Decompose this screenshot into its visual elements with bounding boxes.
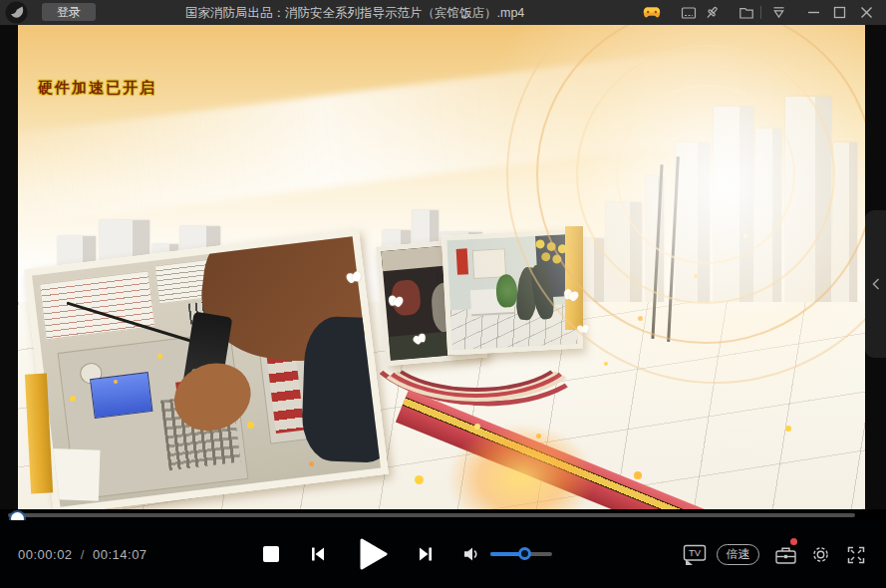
previous-icon [309,545,327,563]
progress-row [0,509,886,520]
mini-player-icon[interactable] [680,4,698,21]
player-window: 登录 国家消防局出品：消防安全系列指导示范片（宾馆饭店）.mp4 [0,0,886,588]
minimize-icon[interactable] [804,4,822,21]
stop-icon [263,546,279,562]
time-separator: / [81,547,85,562]
sparkle [634,471,642,479]
tv-cast-button[interactable]: TV [683,544,707,566]
butterfly [577,324,589,333]
progress-bar[interactable] [8,513,855,517]
settings-button[interactable] [810,544,831,565]
toolbox-icon [774,545,797,565]
app-logo-icon[interactable] [5,1,28,24]
titlebar: 登录 国家消防局出品：消防安全系列指导示范片（宾馆饭店）.mp4 [0,0,886,25]
sparkle [743,234,747,238]
volume-button[interactable] [462,545,482,563]
sparkle [157,354,162,359]
collapse-chevron-icon [869,275,883,293]
fullscreen-button[interactable] [846,545,866,565]
settings-icon [810,544,831,565]
sparkle [638,316,643,321]
pin-icon[interactable] [703,4,721,21]
playlist-toggle[interactable] [865,210,886,358]
maximize-icon[interactable] [830,4,848,21]
video-area: 硬件加速已开启 [0,25,886,509]
speed-button[interactable]: 倍速 [717,544,759,565]
yellow-pillar [565,226,583,330]
control-bar: 00:00:02 / 00:14:07 [0,520,886,588]
duration: 00:14:07 [93,547,148,562]
current-time: 00:00:02 [18,547,73,562]
video-surface[interactable]: 硬件加速已开启 [18,25,865,509]
photo-card-control-room [24,228,389,509]
volume-icon [462,545,482,563]
tv-cast-icon: TV [683,544,707,566]
volume-thumb[interactable] [518,547,531,560]
play-icon [359,538,389,570]
sparkle [247,422,254,429]
photo-card-station [442,229,583,356]
fullscreen-icon [846,545,866,565]
sparkle [604,362,608,366]
close-icon[interactable] [857,4,875,21]
toolbox-button[interactable] [774,545,797,565]
sparkle [694,274,698,278]
titlebar-divider [760,6,761,19]
sparkle [415,475,424,484]
sparkle [785,426,791,432]
volume-slider[interactable] [490,552,552,556]
next-icon [417,545,435,563]
next-button[interactable] [417,545,435,563]
folder-icon[interactable] [738,4,755,21]
menu-icon[interactable] [769,4,787,21]
sparkle [309,461,314,466]
butterfly [388,295,404,307]
login-button[interactable]: 登录 [42,3,96,21]
sparkle [536,434,541,439]
sparkle [474,424,480,430]
play-button[interactable] [359,538,389,570]
sparkle [70,396,76,402]
window-title: 国家消防局出品：消防安全系列指导示范片（宾馆饭店）.mp4 [185,5,524,22]
time-display: 00:00:02 / 00:14:07 [18,547,148,562]
sparkle [114,380,118,384]
stop-button[interactable] [263,546,279,562]
svg-text:TV: TV [689,547,702,558]
previous-button[interactable] [309,545,327,563]
notification-badge [790,538,797,545]
osd-message: 硬件加速已开启 [38,79,156,98]
gamepad-icon[interactable] [643,4,661,21]
